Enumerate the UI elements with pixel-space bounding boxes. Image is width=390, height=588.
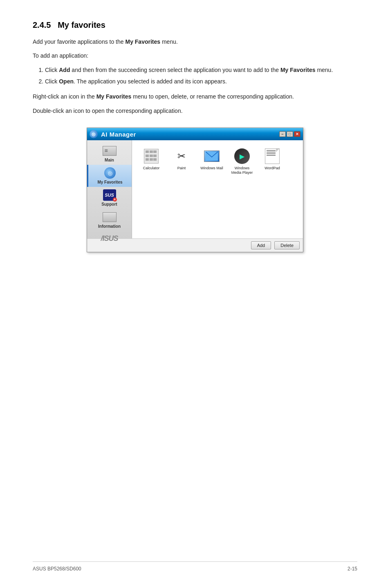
- windows-media-player-label: WindowsMedia Player: [231, 166, 253, 175]
- paint-icon: ✂: [173, 148, 190, 164]
- wordpad-line-2: [267, 152, 276, 153]
- title-bar-left: ◎ AI Manager: [90, 130, 136, 138]
- delete-button[interactable]: Delete: [274, 241, 300, 249]
- close-button[interactable]: ✕: [294, 131, 300, 137]
- window-body: Main ◎ My Favorites SUS Support Informat…: [87, 140, 303, 238]
- mail-icon-shape: [204, 150, 220, 162]
- windows-media-player-icon: ▶: [234, 148, 250, 164]
- to-add-paragraph: To add an application:: [33, 51, 357, 60]
- footer: ASUS BP5268/SD600 2-15: [33, 561, 357, 572]
- aimanager-icon: ◎: [90, 130, 98, 138]
- footer-left: ASUS BP5268/SD600: [33, 566, 81, 572]
- wordpad-line-4: [267, 155, 276, 156]
- wordpad-line-1: [267, 150, 276, 151]
- title-bar: ◎ AI Manager − □ ✕: [87, 128, 303, 140]
- support-icon-shape: SUS: [103, 189, 116, 201]
- step-1: Click Add and then from the succeeding s…: [45, 65, 357, 75]
- information-icon-shape: [103, 212, 117, 222]
- main-icon: [102, 145, 117, 157]
- app-item-windows-mail[interactable]: Windows Mail: [199, 146, 225, 232]
- wordpad-icon-shape: [265, 148, 280, 164]
- wordpad-label: WordPad: [264, 166, 280, 171]
- windows-mail-label: Windows Mail: [200, 166, 223, 171]
- my-favorites-icon: ◎: [103, 167, 117, 179]
- paint-label: Paint: [177, 166, 186, 171]
- support-icon: SUS: [102, 189, 117, 201]
- app-item-calculator[interactable]: Calculator: [138, 146, 164, 232]
- window-title: AI Manager: [101, 131, 136, 138]
- sidebar-item-main[interactable]: Main: [87, 143, 132, 165]
- sidebar-item-support-label: Support: [101, 202, 117, 206]
- maximize-button[interactable]: □: [287, 131, 293, 137]
- sidebar-item-main-label: Main: [105, 158, 114, 162]
- wordpad-corner: [276, 149, 279, 152]
- sidebar-item-my-favorites-label: My Favorites: [97, 180, 122, 184]
- app-item-windows-media-player[interactable]: ▶ WindowsMedia Player: [229, 146, 255, 232]
- add-button[interactable]: Add: [251, 241, 271, 249]
- intro-paragraph: Add your favorite applications to the My…: [33, 37, 357, 46]
- app-item-wordpad[interactable]: WordPad: [259, 146, 285, 232]
- steps-list: Click Add and then from the succeeding s…: [45, 65, 357, 87]
- calculator-icon: [143, 148, 159, 164]
- ai-manager-window: ◎ AI Manager − □ ✕ Main ◎ My Favorites: [87, 128, 303, 252]
- sidebar-item-support[interactable]: SUS Support: [87, 187, 132, 209]
- windows-mail-icon: [204, 148, 220, 164]
- double-click-paragraph: Double-click an icon to open the corresp…: [33, 106, 357, 115]
- sidebar-item-information-label: Information: [98, 224, 121, 229]
- favorites-icon-shape: ◎: [104, 167, 116, 179]
- right-click-paragraph: Right-click an icon in the My Favorites …: [33, 92, 357, 101]
- title-bar-buttons: − □ ✕: [279, 131, 300, 137]
- step-2: Click Open. The application you selected…: [45, 77, 357, 87]
- asus-logo-area: /ISUS: [87, 231, 132, 246]
- footer-right: 2-15: [347, 566, 357, 572]
- asus-logo: /ISUS: [101, 234, 118, 243]
- app-item-paint[interactable]: ✂ Paint: [168, 146, 195, 232]
- sidebar-item-my-favorites[interactable]: ◎ My Favorites: [87, 165, 132, 187]
- main-content-area: Calculator ✂ Paint: [132, 140, 303, 238]
- calculator-label: Calculator: [143, 166, 160, 171]
- wordpad-icon: [264, 148, 280, 164]
- calc-icon-shape: [144, 149, 159, 164]
- sidebar: Main ◎ My Favorites SUS Support Informat…: [87, 140, 132, 238]
- main-icon-shape: [103, 146, 117, 156]
- media-player-icon-shape: ▶: [234, 148, 250, 164]
- section-heading: 2.4.5 My favorites: [33, 20, 357, 30]
- apps-grid: Calculator ✂ Paint: [136, 144, 299, 234]
- sidebar-item-information[interactable]: Information: [87, 209, 132, 231]
- wordpad-line-3: [267, 153, 276, 154]
- information-icon: [102, 211, 117, 223]
- minimize-button[interactable]: −: [279, 131, 286, 137]
